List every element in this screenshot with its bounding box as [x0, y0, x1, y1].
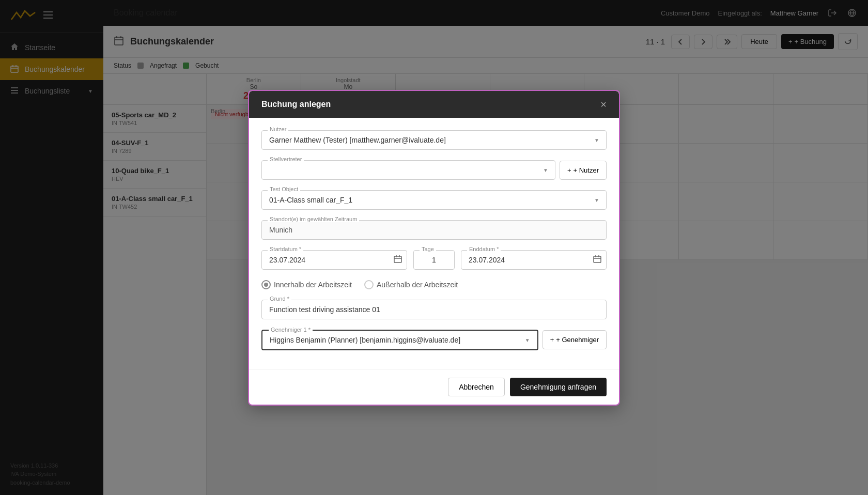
enddatum-group: Enddatum * — [461, 250, 607, 270]
test-object-label: Test Object — [268, 186, 300, 192]
startdatum-label: Startdatum * — [268, 246, 303, 252]
standort-input[interactable] — [261, 220, 607, 240]
modal-backdrop: Buchung anlegen × Nutzer Garner Matthew … — [0, 0, 868, 495]
nutzer-label: Nutzer — [268, 126, 288, 132]
stellvertreter-select[interactable] — [261, 160, 555, 180]
add-nutzer-button[interactable]: + + Nutzer — [560, 161, 607, 180]
tage-input[interactable] — [413, 250, 455, 270]
modal-close-button[interactable]: × — [600, 99, 607, 110]
radio-innerhalb-label: Innerhalb der Arbeitszeit — [274, 281, 352, 289]
radio-ausserhalb-circle — [364, 280, 374, 289]
test-object-group: Test Object 01-A-Class small car_F_1 — [261, 190, 607, 210]
genehmiger-label: Genehmiger 1 * — [269, 327, 313, 333]
stellvertreter-group: Stellvertreter + + Nutzer — [261, 160, 607, 180]
modal-title: Buchung anlegen — [261, 100, 331, 109]
tage-group: Tage — [413, 250, 455, 270]
startdatum-group: Startdatum * — [261, 250, 407, 270]
add-genehmiger-button[interactable]: + + Genehmiger — [542, 330, 607, 349]
plus-icon: + — [567, 166, 571, 174]
radio-innerhalb-circle — [261, 280, 271, 289]
grund-label: Grund * — [268, 296, 291, 302]
cancel-button[interactable]: Abbrechen — [448, 378, 505, 396]
add-nutzer-label: + Nutzer — [574, 166, 599, 174]
add-genehmiger-label: + Genehmiger — [556, 336, 599, 344]
genehmiger-select-wrapper: Genehmiger 1 * Higgins Benjamin (Planner… — [261, 330, 538, 350]
grund-group: Grund * — [261, 300, 607, 319]
standort-label: Standort(e) im gewählten Zeitraum — [268, 216, 359, 222]
enddatum-calendar-icon[interactable] — [593, 255, 601, 265]
stellvertreter-label: Stellvertreter — [268, 156, 304, 162]
standort-group: Standort(e) im gewählten Zeitraum — [261, 220, 607, 240]
tage-label: Tage — [420, 246, 436, 252]
test-object-select[interactable]: 01-A-Class small car_F_1 — [261, 190, 607, 210]
nutzer-select[interactable]: Garner Matthew (Tester) [matthew.garner@… — [261, 130, 607, 150]
genehmiger-select[interactable]: Higgins Benjamin (Planner) [benjamin.hig… — [262, 331, 537, 349]
enddatum-input[interactable] — [461, 250, 607, 270]
date-row: Startdatum * Tage Enddatum * — [261, 250, 607, 270]
genehmiger-row: Genehmiger 1 * Higgins Benjamin (Planner… — [261, 330, 607, 350]
modal-footer: Abbrechen Genehmigung anfragen — [249, 369, 619, 405]
enddatum-label: Enddatum * — [467, 246, 501, 252]
test-object-select-wrapper: 01-A-Class small car_F_1 — [261, 190, 607, 210]
radio-ausserhalb[interactable]: Außerhalb der Arbeitszeit — [364, 280, 458, 289]
stellvertreter-select-wrapper — [261, 160, 555, 180]
submit-button[interactable]: Genehmigung anfragen — [510, 378, 607, 396]
plus-icon: + — [550, 336, 554, 344]
arbeitszeit-group: Innerhalb der Arbeitszeit Außerhalb der … — [261, 280, 607, 289]
grund-input[interactable] — [261, 300, 607, 319]
booking-modal: Buchung anlegen × Nutzer Garner Matthew … — [248, 90, 620, 406]
svg-rect-9 — [394, 256, 401, 262]
modal-header: Buchung anlegen × — [249, 91, 619, 118]
startdatum-input[interactable] — [261, 250, 407, 270]
startdatum-calendar-icon[interactable] — [394, 255, 402, 265]
nutzer-group: Nutzer Garner Matthew (Tester) [matthew.… — [261, 130, 607, 150]
svg-rect-10 — [594, 256, 601, 262]
nutzer-select-wrapper: Garner Matthew (Tester) [matthew.garner@… — [261, 130, 607, 150]
radio-innerhalb[interactable]: Innerhalb der Arbeitszeit — [261, 280, 352, 289]
stellvertreter-row: + + Nutzer — [261, 160, 607, 180]
modal-body: Nutzer Garner Matthew (Tester) [matthew.… — [249, 118, 619, 369]
radio-ausserhalb-label: Außerhalb der Arbeitszeit — [377, 281, 458, 289]
genehmiger-group: Genehmiger 1 * Higgins Benjamin (Planner… — [261, 330, 607, 350]
